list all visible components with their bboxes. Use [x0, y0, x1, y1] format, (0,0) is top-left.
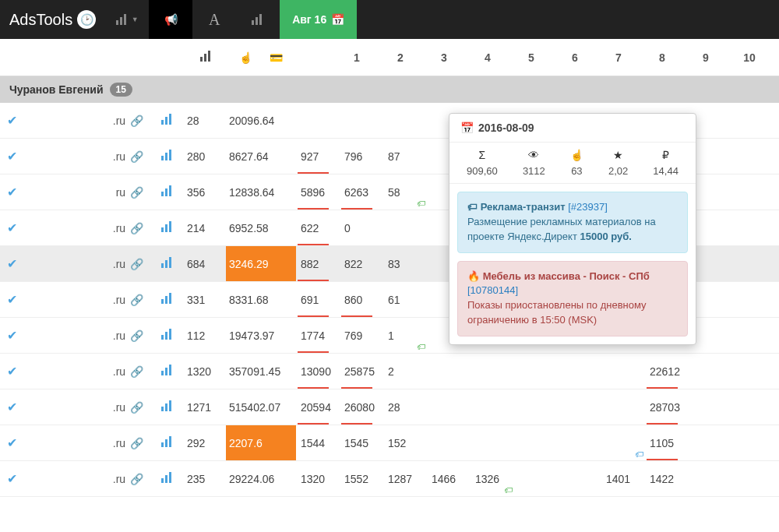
- day-cell[interactable]: 152: [383, 425, 427, 460]
- day-cell[interactable]: 691: [296, 282, 340, 317]
- domain-cell[interactable]: .ru 🔗: [23, 401, 148, 414]
- day-cell[interactable]: 1544: [296, 425, 340, 460]
- link-icon[interactable]: 🔗: [130, 329, 143, 342]
- day-cell[interactable]: [471, 425, 514, 460]
- link-icon[interactable]: 🔗: [130, 222, 143, 234]
- col-day-8[interactable]: 8: [640, 51, 684, 64]
- day-cell[interactable]: 1774: [296, 318, 340, 353]
- app-logo[interactable]: AdsTools 🕑: [0, 10, 105, 29]
- day-cell[interactable]: 769: [340, 318, 383, 353]
- row-chart-icon[interactable]: [148, 257, 187, 270]
- day-cell[interactable]: 2: [383, 354, 427, 389]
- tag-icon[interactable]: 🏷: [417, 342, 425, 351]
- day-cell[interactable]: [471, 389, 514, 425]
- date-picker-button[interactable]: Авг 16 📅: [280, 0, 357, 39]
- day-cell[interactable]: 20594: [296, 389, 340, 425]
- day-cell[interactable]: 0: [340, 210, 383, 245]
- day-cell[interactable]: 87: [383, 139, 427, 174]
- day-cell[interactable]: [514, 354, 558, 389]
- day-cell[interactable]: 58🏷: [383, 174, 427, 210]
- row-chart-icon[interactable]: [148, 150, 187, 163]
- day-cell[interactable]: [340, 103, 383, 138]
- link-icon[interactable]: 🔗: [130, 186, 143, 199]
- day-cell[interactable]: 5896: [296, 174, 340, 210]
- check-icon[interactable]: ✔: [0, 435, 23, 450]
- day-cell[interactable]: [296, 103, 340, 138]
- day-cell[interactable]: 1552: [340, 461, 383, 496]
- day-cell[interactable]: [427, 425, 471, 460]
- day-cell[interactable]: 22612: [645, 354, 689, 389]
- day-cell[interactable]: [689, 461, 732, 496]
- link-icon[interactable]: 🔗: [130, 401, 143, 414]
- table-row[interactable]: ✔.ru 🔗1271515402.0720594260802828703: [0, 389, 779, 425]
- col-day-7[interactable]: 7: [597, 51, 640, 64]
- col-day-2[interactable]: 2: [379, 51, 422, 64]
- col-day-5[interactable]: 5: [509, 51, 553, 64]
- tag-icon[interactable]: 🏷: [635, 449, 643, 459]
- domain-cell[interactable]: .ru 🔗: [23, 473, 148, 485]
- day-cell[interactable]: [427, 389, 471, 425]
- day-cell[interactable]: [558, 425, 601, 460]
- day-cell[interactable]: 796: [340, 139, 383, 174]
- day-cell[interactable]: 6263: [340, 174, 383, 210]
- day-cell[interactable]: 1320: [296, 461, 340, 496]
- domain-cell[interactable]: .ru 🔗: [23, 258, 148, 270]
- col-day-3[interactable]: 3: [422, 51, 466, 64]
- nav-megaphone[interactable]: 📢: [149, 0, 192, 39]
- card-red-id[interactable]: [10780144]: [467, 284, 518, 296]
- day-cell[interactable]: [383, 103, 427, 138]
- link-icon[interactable]: 🔗: [130, 150, 143, 163]
- day-cell[interactable]: [427, 354, 471, 389]
- day-cell[interactable]: 26080: [340, 389, 383, 425]
- day-cell[interactable]: [558, 354, 601, 389]
- row-chart-icon[interactable]: [148, 436, 187, 449]
- day-cell[interactable]: 28: [383, 389, 427, 425]
- table-row[interactable]: ✔.ru 🔗2922207.615441545152🏷1105: [0, 425, 779, 461]
- day-cell[interactable]: [383, 210, 427, 245]
- link-icon[interactable]: 🔗: [130, 294, 143, 306]
- col-chart-icon[interactable]: [187, 51, 226, 64]
- day-cell[interactable]: 1401: [601, 461, 645, 496]
- row-chart-icon[interactable]: [148, 114, 187, 127]
- tag-icon[interactable]: 🏷: [417, 199, 425, 208]
- row-chart-icon[interactable]: [148, 365, 187, 378]
- check-icon[interactable]: ✔: [0, 328, 23, 343]
- day-cell[interactable]: 83: [383, 246, 427, 281]
- row-chart-icon[interactable]: [148, 221, 187, 234]
- info-card-blue[interactable]: 🏷 Реклама-транзит [#23937] Размещение ре…: [457, 192, 688, 253]
- tag-icon[interactable]: 🏷: [504, 485, 513, 495]
- domain-cell[interactable]: .ru 🔗: [23, 294, 148, 306]
- day-cell[interactable]: 1422: [645, 461, 689, 496]
- nav-text[interactable]: A: [192, 0, 236, 39]
- check-icon[interactable]: ✔: [0, 400, 23, 414]
- check-icon[interactable]: ✔: [0, 364, 23, 379]
- domain-cell[interactable]: .ru 🔗: [23, 115, 148, 127]
- check-icon[interactable]: ✔: [0, 256, 23, 271]
- day-cell[interactable]: 822: [340, 246, 383, 281]
- day-cell[interactable]: 61: [383, 282, 427, 317]
- info-card-red[interactable]: 🔥 Мебель из массива - Поиск - СПб [10780…: [457, 261, 688, 336]
- link-icon[interactable]: 🔗: [130, 437, 143, 449]
- day-cell[interactable]: [601, 354, 645, 389]
- day-cell[interactable]: 1105: [645, 425, 689, 460]
- card-blue-id[interactable]: [#23937]: [568, 201, 608, 213]
- row-chart-icon[interactable]: [148, 185, 187, 199]
- check-icon[interactable]: ✔: [0, 292, 23, 307]
- domain-cell[interactable]: .ru 🔗: [23, 329, 148, 342]
- day-cell[interactable]: 25875: [340, 354, 383, 389]
- day-cell[interactable]: 1326🏷: [471, 461, 514, 496]
- row-chart-icon[interactable]: [148, 472, 187, 485]
- nav-chart-dropdown[interactable]: ▼: [105, 0, 149, 39]
- col-card-icon[interactable]: 💳: [265, 51, 335, 64]
- day-cell[interactable]: 1545: [340, 425, 383, 460]
- check-icon[interactable]: ✔: [0, 220, 23, 235]
- link-icon[interactable]: 🔗: [130, 365, 143, 378]
- day-cell[interactable]: 13090: [296, 354, 340, 389]
- check-icon[interactable]: ✔: [0, 185, 23, 199]
- day-cell[interactable]: [689, 425, 732, 460]
- row-chart-icon[interactable]: [148, 329, 187, 342]
- day-cell[interactable]: [558, 461, 601, 496]
- check-icon[interactable]: ✔: [0, 113, 23, 128]
- col-day-10[interactable]: 10: [728, 51, 771, 64]
- day-cell[interactable]: [514, 389, 558, 425]
